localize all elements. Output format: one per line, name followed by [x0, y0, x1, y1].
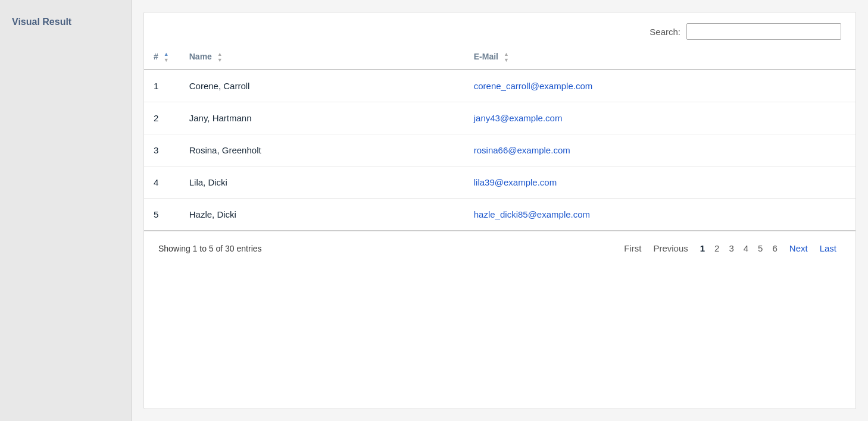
cell-num: 4	[144, 166, 180, 199]
pagination: First Previous 123456 Next Last	[619, 241, 841, 256]
cell-num: 2	[144, 102, 180, 134]
pagination-first[interactable]: First	[619, 241, 646, 256]
main-content: Search: # ▲ ▼ Name ▲	[131, 0, 868, 421]
table-header-row: # ▲ ▼ Name ▲ ▼ E-Mail	[144, 46, 855, 70]
cell-email[interactable]: rosina66@example.com	[464, 134, 855, 166]
table-container: Search: # ▲ ▼ Name ▲	[143, 12, 856, 409]
sort-icons-email: ▲ ▼	[504, 52, 509, 63]
cell-email[interactable]: corene_carroll@example.com	[464, 70, 855, 102]
table-footer: Showing 1 to 5 of 30 entries First Previ…	[144, 231, 855, 265]
page-numbers: 123456	[695, 243, 782, 253]
sidebar-title: Visual Result	[12, 17, 71, 27]
pagination-page-2[interactable]: 2	[710, 241, 724, 256]
cell-email[interactable]: hazle_dicki85@example.com	[464, 199, 855, 231]
cell-name: Rosina, Greenholt	[180, 134, 464, 166]
cell-name: Lila, Dicki	[180, 166, 464, 199]
table-row: 4Lila, Dickilila39@example.com	[144, 166, 855, 199]
sort-icons-name: ▲ ▼	[217, 52, 223, 63]
cell-num: 5	[144, 199, 180, 231]
data-table: # ▲ ▼ Name ▲ ▼ E-Mail	[144, 46, 855, 231]
sort-icons-num: ▲ ▼	[164, 52, 169, 63]
cell-num: 1	[144, 70, 180, 102]
cell-email[interactable]: jany43@example.com	[464, 102, 855, 134]
sidebar: Visual Result	[0, 0, 131, 421]
table-row: 2Jany, Hartmannjany43@example.com	[144, 102, 855, 134]
table-row: 5Hazle, Dickihazle_dicki85@example.com	[144, 199, 855, 231]
pagination-page-3[interactable]: 3	[724, 241, 738, 256]
cell-name: Jany, Hartmann	[180, 102, 464, 134]
column-header-name[interactable]: Name ▲ ▼	[180, 46, 464, 70]
pagination-last[interactable]: Last	[815, 241, 841, 256]
column-header-num[interactable]: # ▲ ▼	[144, 46, 180, 70]
pagination-page-4[interactable]: 4	[739, 241, 753, 256]
cell-name: Corene, Carroll	[180, 70, 464, 102]
pagination-previous[interactable]: Previous	[648, 241, 692, 256]
column-header-email[interactable]: E-Mail ▲ ▼	[464, 46, 855, 70]
pagination-page-5[interactable]: 5	[753, 241, 767, 256]
cell-name: Hazle, Dicki	[180, 199, 464, 231]
pagination-page-1[interactable]: 1	[695, 241, 710, 256]
search-input[interactable]	[686, 23, 841, 40]
pagination-page-6[interactable]: 6	[767, 241, 782, 256]
cell-num: 3	[144, 134, 180, 166]
footer-info: Showing 1 to 5 of 30 entries	[158, 244, 262, 253]
table-row: 1Corene, Carrollcorene_carroll@example.c…	[144, 70, 855, 102]
table-row: 3Rosina, Greenholtrosina66@example.com	[144, 134, 855, 166]
pagination-next[interactable]: Next	[785, 241, 813, 256]
search-label: Search:	[650, 27, 680, 37]
search-bar: Search:	[144, 12, 855, 46]
table-body: 1Corene, Carrollcorene_carroll@example.c…	[144, 70, 855, 231]
cell-email[interactable]: lila39@example.com	[464, 166, 855, 199]
